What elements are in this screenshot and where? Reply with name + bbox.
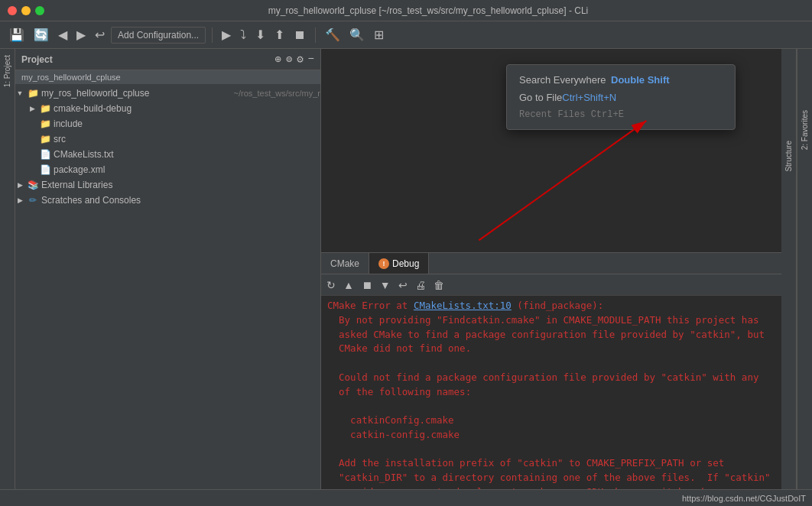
db-icon[interactable]: ⊞ <box>371 28 387 43</box>
tree-item-extlib[interactable]: ▶ 📚 External Libraries <box>15 177 320 193</box>
cmake-file-icon: 📄 <box>39 148 51 161</box>
project-header-icons: ⊕ ⊜ ⚙ − <box>274 53 314 66</box>
packagexml-label: package.xml <box>54 164 320 175</box>
debug-error-icon: ! <box>378 258 389 269</box>
root-label: my_ros_helloworld_cpluse <box>41 88 231 99</box>
search-everywhere-label: Search Everywhere <box>519 74 611 86</box>
extlib-label: External Libraries <box>41 180 320 190</box>
extlib-icon: 📚 <box>27 179 39 191</box>
bottom-panel: CMake ! Debug ↻ ▲ ⏹ ▼ ↩ 🖨 🗑 CMake Error … <box>321 252 781 489</box>
structure-label[interactable]: Structure <box>784 141 793 172</box>
include-arrow <box>28 119 37 128</box>
tree-item-scratches[interactable]: ▶ ✏ Scratches and Consoles <box>15 193 320 208</box>
step-over-icon[interactable]: ⤵ <box>237 28 249 43</box>
editor-area: Search Everywhere Double Shift Go to Fil… <box>321 49 781 252</box>
scratches-label: Scratches and Consoles <box>41 195 320 206</box>
add-configuration-button[interactable]: Add Configuration... <box>111 27 206 44</box>
tree-item-cmakelists[interactable]: 📄 CMakeLists.txt <box>15 147 320 162</box>
tree-root[interactable]: ▼ 📁 my_ros_helloworld_cpluse ~/ros_test_… <box>15 86 320 101</box>
console-stop-icon[interactable]: ⏹ <box>359 278 375 292</box>
search-popup: Search Everywhere Double Shift Go to Fil… <box>506 64 736 130</box>
sync-icon[interactable]: 🔄 <box>31 28 52 43</box>
main-toolbar: 💾 🔄 ◀ ▶ ↩ Add Configuration... ▶ ⤵ ⬇ ⬆ ⏹… <box>0 21 812 49</box>
close-button[interactable] <box>8 6 17 15</box>
console-refresh-icon[interactable]: ↻ <box>324 278 338 292</box>
back-icon[interactable]: ◀ <box>55 28 70 43</box>
save-icon[interactable]: 💾 <box>6 28 28 43</box>
tree-item-include[interactable]: 📁 include <box>15 116 320 131</box>
console-up-icon[interactable]: ▲ <box>341 278 356 292</box>
cmake-arrow <box>28 150 37 159</box>
status-bar: https://blog.csdn.net/CGJustDoIT <box>0 489 812 506</box>
tab-debug[interactable]: ! Debug <box>369 253 429 274</box>
tree-item-src[interactable]: 📁 src <box>15 131 320 147</box>
bottom-toolbar: ↻ ▲ ⏹ ▼ ↩ 🖨 🗑 <box>321 274 781 296</box>
build-icon[interactable]: 🔨 <box>322 28 343 43</box>
project-breadcrumb: my_ros_helloworld_cpluse <box>15 70 320 84</box>
include-folder-icon: 📁 <box>39 118 51 130</box>
go-to-file-row: Go to File Ctrl+Shift+N <box>519 92 723 103</box>
console-down-icon[interactable]: ▼ <box>378 278 393 292</box>
console-wrap-icon[interactable]: ↩ <box>396 278 410 292</box>
tab-cmake[interactable]: CMake <box>321 253 369 274</box>
src-arrow <box>28 135 37 144</box>
scratch-arrow: ▶ <box>15 196 24 205</box>
stop-icon[interactable]: ⏹ <box>291 28 309 43</box>
step-out-icon[interactable]: ⬆ <box>271 28 287 43</box>
cmake-build-label: cmake-build-debug <box>54 103 320 114</box>
console-line-2: By not providing "Findcatkin.cmake" in C… <box>327 313 775 489</box>
favorites-sidebar: 2: Favorites <box>797 49 812 489</box>
console-print-icon[interactable]: 🖨 <box>413 278 428 292</box>
undo-icon[interactable]: ↩ <box>92 28 108 43</box>
project-tab-label[interactable]: 1: Project <box>2 49 13 93</box>
go-to-file-shortcut[interactable]: Ctrl+Shift+N <box>562 92 616 103</box>
toolbar-divider-1 <box>212 28 213 43</box>
search-icon[interactable]: 🔍 <box>346 28 368 43</box>
settings-gear-icon[interactable]: ⚙ <box>297 53 303 66</box>
console-line-1: CMake Error at CMakeLists.txt:10 (find_p… <box>327 299 775 313</box>
cmake-build-arrow: ▶ <box>28 104 37 113</box>
bottom-tabs: CMake ! Debug <box>321 253 781 274</box>
cmake-tab-label: CMake <box>330 258 359 269</box>
root-folder-icon: 📁 <box>27 87 39 99</box>
scratch-icon: ✏ <box>27 194 39 206</box>
forward-icon[interactable]: ▶ <box>73 28 89 43</box>
structure-sidebar: Structure <box>781 49 797 489</box>
recent-files-label: Recent Files <box>519 109 585 120</box>
project-panel-title: Project <box>21 54 274 65</box>
close-panel-icon[interactable]: − <box>308 53 314 66</box>
go-to-file-label: Go to File <box>519 92 562 103</box>
cmake-link[interactable]: CMakeLists.txt:10 <box>414 300 512 311</box>
toolbar-divider-2 <box>315 28 316 43</box>
step-into-icon[interactable]: ⬇ <box>252 28 268 43</box>
left-vertical-tabs: 1: Project <box>0 49 15 489</box>
console-clear-icon[interactable]: 🗑 <box>431 278 447 292</box>
favorites-label[interactable]: 2: Favorites <box>801 110 809 150</box>
maximize-button[interactable] <box>35 6 44 15</box>
cmakelists-label: CMakeLists.txt <box>54 149 320 160</box>
minimize-button[interactable] <box>21 6 31 15</box>
src-label: src <box>54 134 320 144</box>
recent-files-shortcut: Ctrl+E <box>591 109 624 120</box>
collapse-icon[interactable]: ⊜ <box>286 53 292 66</box>
file-tree: ▼ 📁 my_ros_helloworld_cpluse ~/ros_test_… <box>15 84 320 489</box>
extlib-arrow: ▶ <box>15 180 24 190</box>
search-everywhere-shortcut[interactable]: Double Shift <box>611 74 670 86</box>
left-panel: Project ⊕ ⊜ ⚙ − my_ros_helloworld_cpluse… <box>15 49 321 489</box>
root-arrow: ▼ <box>15 89 24 98</box>
run-icon[interactable]: ▶ <box>219 28 234 43</box>
main-content: 1: Project Project ⊕ ⊜ ⚙ − my_ros_hellow… <box>0 49 812 489</box>
search-everywhere-row: Search Everywhere Double Shift <box>519 74 723 86</box>
src-folder-icon: 📁 <box>39 133 51 145</box>
console-output: CMake Error at CMakeLists.txt:10 (find_p… <box>321 296 781 489</box>
window-title: my_ros_helloworld_cpluse [~/ros_test_ws/… <box>52 5 804 16</box>
tree-item-cmake-build[interactable]: ▶ 📁 cmake-build-debug <box>15 101 320 116</box>
cmake-build-folder-icon: 📁 <box>39 102 51 115</box>
right-panel: Search Everywhere Double Shift Go to Fil… <box>321 49 781 489</box>
tree-item-packagexml[interactable]: 📄 package.xml <box>15 162 320 177</box>
locate-icon[interactable]: ⊕ <box>274 53 281 66</box>
pkg-xml-icon: 📄 <box>39 164 51 176</box>
svg-line-1 <box>479 121 646 240</box>
recent-files-row: Recent Files Ctrl+E <box>519 109 723 120</box>
traffic-lights <box>8 6 44 15</box>
